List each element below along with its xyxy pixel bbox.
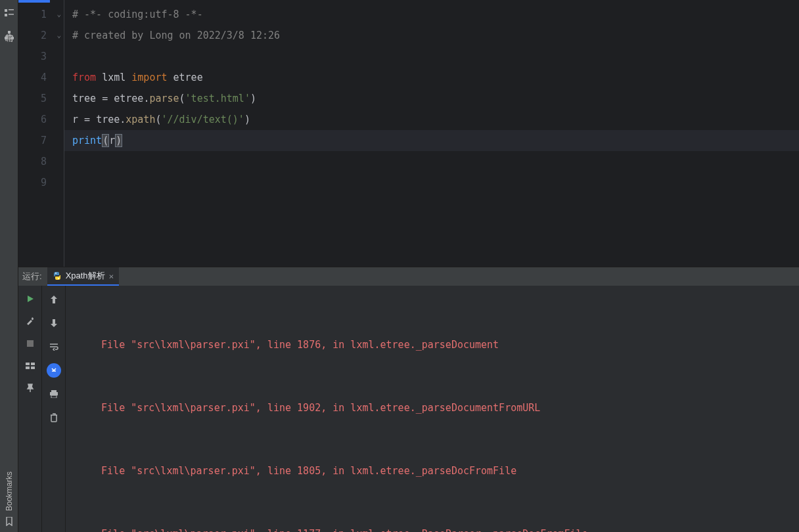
line-number[interactable]: 9 <box>18 172 64 193</box>
rerun-button[interactable] <box>24 292 37 305</box>
run-tab-title: Xpath解析 <box>66 270 105 282</box>
svg-rect-3 <box>9 14 14 15</box>
svg-rect-13 <box>31 366 35 369</box>
line-number[interactable]: 2⌄ <box>18 25 64 46</box>
code-line[interactable] <box>64 172 799 193</box>
svg-rect-11 <box>31 363 35 365</box>
run-primary-toolbar <box>18 286 42 532</box>
traceback-line[interactable]: File "src\lxml\parser.pxi", line 1876, i… <box>66 334 799 355</box>
line-number[interactable]: 7 <box>18 130 64 151</box>
breakpoint-strip <box>18 0 50 3</box>
svg-rect-5 <box>5 37 7 39</box>
svg-point-8 <box>58 278 59 279</box>
line-number[interactable]: 6 <box>18 109 64 130</box>
structure-icon[interactable] <box>4 8 14 18</box>
traceback-line[interactable]: File "src\lxml\parser.pxi", line 1177, i… <box>66 523 799 532</box>
trash-icon[interactable] <box>47 410 61 425</box>
code-line[interactable] <box>64 46 799 67</box>
svg-rect-9 <box>27 340 34 347</box>
line-number[interactable]: 3 <box>18 46 64 67</box>
svg-rect-14 <box>51 390 57 392</box>
layout-icon[interactable] <box>24 359 37 372</box>
console-output[interactable]: File "src\lxml\parser.pxi", line 1876, i… <box>66 286 799 532</box>
svg-rect-16 <box>51 395 57 398</box>
main-area: 1⌄ 2⌄ 3 4 5 6 7 8 9 # -*- coding:utf-8 -… <box>18 0 799 532</box>
line-number[interactable]: 4 <box>18 67 64 88</box>
traceback-line[interactable]: File "src\lxml\parser.pxi", line 1805, i… <box>66 460 799 481</box>
fold-icon[interactable]: ⌄ <box>57 4 61 25</box>
down-arrow-icon[interactable] <box>47 316 61 330</box>
svg-rect-12 <box>26 366 30 369</box>
traceback-line[interactable]: File "src\lxml\parser.pxi", line 1902, i… <box>66 397 799 418</box>
run-tabbar: 运行: Xpath解析 × <box>18 267 799 286</box>
stop-button[interactable] <box>24 337 37 350</box>
bookmarks-panel-label[interactable]: Bookmarks <box>5 472 14 511</box>
svg-rect-15 <box>50 392 58 395</box>
run-label: 运行: <box>22 271 42 282</box>
line-number[interactable]: 5 <box>18 88 64 109</box>
editor-gutter[interactable]: 1⌄ 2⌄ 3 4 5 6 7 8 9 <box>18 0 64 267</box>
code-line[interactable] <box>64 151 799 172</box>
editor-panel: 1⌄ 2⌄ 3 4 5 6 7 8 9 # -*- coding:utf-8 -… <box>18 0 799 267</box>
code-editor[interactable]: # -*- coding:utf-8 -*- # created by Long… <box>64 0 799 267</box>
code-line[interactable]: from lxml import etree <box>64 67 799 88</box>
hierarchy-icon[interactable] <box>4 30 14 41</box>
wrench-icon[interactable] <box>24 315 37 328</box>
line-number[interactable]: 1⌄ <box>18 4 64 25</box>
run-panel: 运行: Xpath解析 × <box>18 267 799 532</box>
soft-wrap-icon[interactable] <box>47 340 61 354</box>
code-line[interactable]: # created by Long on 2022/3/8 12:26 <box>64 25 799 46</box>
code-line[interactable]: # -*- coding:utf-8 -*- <box>64 4 799 25</box>
fold-icon[interactable]: ⌄ <box>57 25 61 46</box>
svg-rect-10 <box>26 363 30 365</box>
print-icon[interactable] <box>47 387 61 401</box>
run-tab[interactable]: Xpath解析 × <box>47 267 120 286</box>
code-line[interactable]: print(r) <box>64 130 799 151</box>
line-number[interactable]: 8 <box>18 151 64 172</box>
svg-rect-6 <box>11 37 14 39</box>
run-secondary-toolbar <box>42 286 66 532</box>
svg-rect-2 <box>5 14 7 16</box>
python-file-icon <box>53 271 62 280</box>
code-line[interactable]: tree = etree.parse('test.html') <box>64 88 799 109</box>
pin-icon[interactable] <box>24 382 37 395</box>
run-body: File "src\lxml\parser.pxi", line 1876, i… <box>18 286 799 532</box>
svg-rect-0 <box>5 9 7 12</box>
bookmark-icon[interactable] <box>4 516 14 527</box>
code-line[interactable]: r = tree.xpath('//div/text()') <box>64 109 799 130</box>
close-icon[interactable]: × <box>109 271 114 281</box>
svg-rect-1 <box>9 9 14 11</box>
left-tool-rail[interactable]: 结构 Bookmarks <box>0 0 18 532</box>
up-arrow-icon[interactable] <box>47 292 61 307</box>
svg-point-7 <box>55 273 57 274</box>
scroll-to-end-icon[interactable] <box>47 363 61 378</box>
svg-rect-4 <box>8 31 11 33</box>
